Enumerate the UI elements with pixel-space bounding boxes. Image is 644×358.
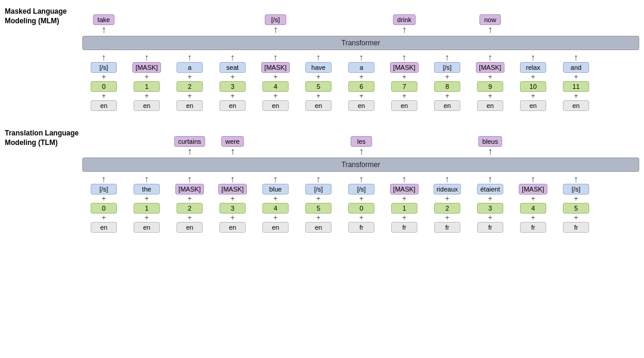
tlm-out-8: ↑ bbox=[426, 129, 469, 156]
tlm-pos-embed-row: 0 1 2 3 4 5 0 1 2 3 4 5 bbox=[82, 203, 639, 214]
mlm-out-5: ↑ bbox=[297, 7, 340, 35]
mlm-out-11: ↑ bbox=[555, 7, 597, 35]
tlm-out-1: ↑ bbox=[125, 129, 168, 156]
tlm-diagram: ↑ ↑ curtains ↑ were ↑ ↑ bbox=[82, 129, 639, 233]
mlm-out-3: ↑ bbox=[211, 7, 254, 35]
tlm-out-6: les ↑ bbox=[340, 129, 383, 156]
tlm-out-token-2: curtains bbox=[174, 136, 206, 147]
tlm-lang-embed-row: en en en en en en fr fr fr fr fr fr bbox=[82, 222, 639, 233]
mlm-out-9: now ↑ bbox=[469, 7, 512, 35]
mlm-out-1: ↑ bbox=[125, 7, 168, 35]
mlm-out-arrow-7: ↑ bbox=[402, 25, 407, 35]
tlm-out-token-6: les bbox=[351, 136, 372, 147]
mlm-lang-embed-row: en en en en en en en en en en en en bbox=[82, 100, 639, 111]
tlm-up-arrows: ↑ ↑ ↑ ↑ ↑ ↑ ↑ ↑ ↑ ↑ ↑ ↑ bbox=[82, 173, 639, 184]
tlm-out-0: ↑ bbox=[82, 129, 125, 156]
mlm-diagram: take ↑ ↑ ↑ ↑ [/s] ↑ bbox=[82, 7, 639, 111]
mlm-transformer-bar: Transformer bbox=[82, 36, 639, 50]
tlm-out-4: ↑ bbox=[254, 129, 297, 156]
mlm-title: Masked Language Modeling (MLM) bbox=[5, 7, 82, 26]
mlm-out-arrow-9: ↑ bbox=[488, 25, 493, 35]
tlm-plus-1: + + + + + + + + + + + + bbox=[82, 195, 639, 203]
mlm-out-7: drink ↑ bbox=[383, 7, 426, 35]
mlm-out-token-7: drink bbox=[393, 14, 416, 25]
tlm-out-token-9: bleus bbox=[478, 136, 502, 147]
mlm-out-4: [/s] ↑ bbox=[254, 7, 297, 35]
mlm-out-10: ↑ bbox=[512, 7, 555, 35]
mlm-out-6: ↑ bbox=[340, 7, 383, 35]
mlm-out-8: ↑ bbox=[426, 7, 469, 35]
mlm-plus-1: + + + + + + + + + + + + bbox=[82, 73, 639, 81]
tlm-out-11: ↑ bbox=[555, 129, 597, 156]
mlm-out-arrow-0: ↑ bbox=[101, 25, 106, 35]
tlm-section: Translation Language Modeling (TLM) ↑ ↑ … bbox=[5, 129, 639, 233]
tlm-token-embed-row: [/s] the [MASK] [MASK] blue [/s] [/s] [M… bbox=[82, 184, 639, 195]
mlm-out-0: take ↑ bbox=[82, 7, 125, 35]
tlm-title: Translation Language Modeling (TLM) bbox=[5, 129, 82, 147]
mlm-section: Masked Language Modeling (MLM) take ↑ ↑ … bbox=[5, 7, 639, 111]
mlm-out-2: ↑ bbox=[168, 7, 211, 35]
mlm-pos-embed-row: 0 1 2 3 4 5 6 7 8 9 10 11 bbox=[82, 81, 639, 92]
tlm-out-5: ↑ bbox=[297, 129, 340, 156]
tlm-out-token-3: were bbox=[221, 136, 244, 147]
mlm-token-embed-row: [/s] [MASK] a seat [MASK] have a [MASK] … bbox=[82, 62, 639, 73]
tlm-out-3: were ↑ bbox=[211, 129, 254, 156]
mlm-plus-2: + + + + + + + + + + + + bbox=[82, 92, 639, 100]
mlm-out-token-4: [/s] bbox=[265, 14, 286, 25]
tlm-plus-2: + + + + + + + + + + + + bbox=[82, 214, 639, 222]
tlm-output-row: ↑ ↑ curtains ↑ were ↑ ↑ bbox=[82, 129, 639, 156]
mlm-out-token-9: now bbox=[479, 14, 501, 25]
tlm-transformer-bar: Transformer bbox=[82, 158, 639, 172]
mlm-output-row: take ↑ ↑ ↑ ↑ [/s] ↑ bbox=[82, 7, 639, 35]
mlm-out-arrow-4: ↑ bbox=[273, 25, 278, 35]
tlm-out-10: ↑ bbox=[512, 129, 555, 156]
tlm-out-9: bleus ↑ bbox=[469, 129, 512, 156]
tlm-out-7: ↑ bbox=[383, 129, 426, 156]
mlm-out-token-0: take bbox=[93, 14, 114, 25]
tlm-out-2: curtains ↑ bbox=[168, 129, 211, 156]
mlm-up-arrows: ↑ ↑ ↑ ↑ ↑ ↑ ↑ ↑ ↑ ↑ ↑ ↑ bbox=[82, 51, 639, 62]
